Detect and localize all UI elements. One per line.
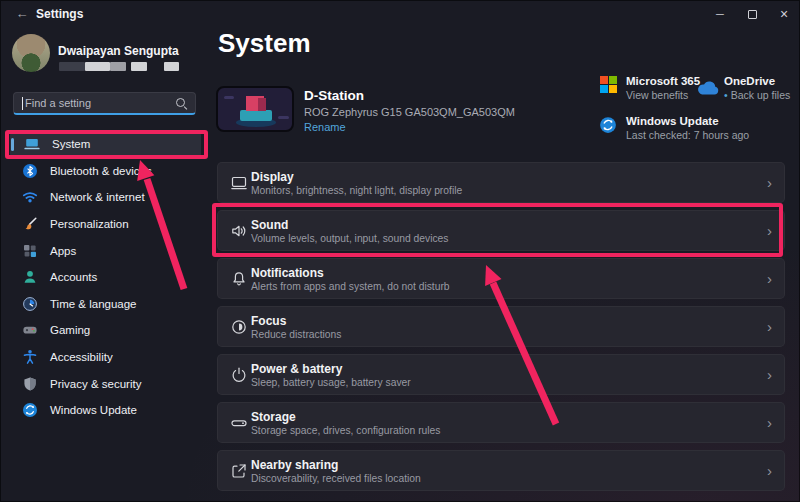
sidebar-item-windows-update[interactable]: Windows Update (8, 397, 202, 424)
windows-update-card[interactable]: Windows Update Last checked: 7 hours ago (626, 115, 749, 141)
clock-icon (22, 296, 38, 312)
chevron-right-icon: › (767, 462, 772, 480)
text-caret (22, 97, 23, 110)
sidebar-item-label: Gaming (50, 324, 90, 336)
sidebar-item-label: Bluetooth & devices (50, 165, 152, 177)
sidebar-item-label: Accessibility (50, 351, 113, 363)
sidebar-item-accounts[interactable]: Accounts (8, 264, 202, 291)
sidebar-item-label: Privacy & security (50, 378, 141, 390)
settings-row-sound[interactable]: Sound Volume levels, output, input, soun… (217, 210, 785, 251)
sidebar-item-gaming[interactable]: Gaming (8, 317, 202, 344)
sidebar-item-label: Apps (50, 245, 76, 257)
maximize-icon (748, 10, 757, 19)
status-dot: • (724, 89, 728, 101)
power-icon (230, 366, 248, 384)
close-button[interactable]: × (768, 0, 800, 28)
sidebar-item-apps[interactable]: Apps (8, 237, 202, 264)
settings-row-notifications[interactable]: Notifications Alerts from apps and syste… (217, 258, 785, 299)
apps-icon (22, 243, 38, 259)
sidebar-item-label: Network & internet (50, 191, 145, 203)
device-model: ROG Zephyrus G15 GA503QM_GA503QM (304, 106, 515, 118)
microsoft-365-logo (600, 76, 617, 97)
sound-icon (230, 222, 248, 240)
person-icon (22, 269, 38, 285)
minimize-button[interactable]: ─ (704, 0, 736, 28)
settings-row-display[interactable]: Display Monitors, brightness, night ligh… (217, 162, 785, 203)
app-title: Settings (36, 7, 83, 21)
sidebar-item-label: Time & language (50, 298, 137, 310)
chevron-right-icon: › (767, 366, 772, 384)
chevron-right-icon: › (767, 222, 772, 240)
chevron-right-icon: › (767, 270, 772, 288)
avatar[interactable] (12, 34, 50, 72)
nearby-sharing-icon (230, 462, 248, 480)
settings-window: ← Settings ─ × Dwaipayan Sengupta Find a… (0, 0, 800, 502)
onedrive-subtitle: •Back up files (724, 89, 790, 101)
settings-row-focus[interactable]: Focus Reduce distractions › (217, 306, 785, 347)
sidebar-item-network-internet[interactable]: Network & internet (8, 184, 202, 211)
wifi-icon (22, 189, 38, 205)
sidebar-nav: System Bluetooth & devices Network & int… (0, 131, 210, 424)
windows-update-title: Windows Update (626, 115, 749, 127)
paintbrush-icon (22, 216, 38, 232)
onedrive-title: OneDrive (724, 75, 790, 87)
sidebar-item-label: Accounts (50, 271, 97, 283)
device-thumbnail (216, 86, 294, 132)
sidebar-item-system[interactable]: System (10, 131, 201, 158)
notifications-icon (230, 270, 248, 288)
bluetooth-icon (22, 163, 38, 179)
system-icon (24, 136, 40, 152)
windows-update-status-icon (599, 116, 617, 134)
titlebar: ← Settings ─ × (0, 0, 800, 28)
sidebar: Dwaipayan Sengupta Find a setting System… (0, 28, 210, 502)
page-title: System (218, 28, 311, 59)
sidebar-item-label: Windows Update (50, 404, 137, 416)
microsoft-365-card[interactable]: Microsoft 365 View benefits (626, 75, 700, 101)
microsoft-365-subtitle: View benefits (626, 89, 700, 101)
shield-icon (22, 376, 38, 392)
sidebar-item-bluetooth-devices[interactable]: Bluetooth & devices (8, 158, 202, 185)
focus-icon (230, 318, 248, 336)
redacted-account-info (59, 62, 179, 71)
settings-row-nearby-sharing[interactable]: Nearby sharing Discoverability, received… (217, 450, 785, 491)
windows-update-icon (22, 402, 38, 418)
device-name: D-Station (304, 88, 364, 103)
onedrive-card[interactable]: OneDrive •Back up files (724, 75, 790, 101)
sidebar-item-accessibility[interactable]: Accessibility (8, 344, 202, 371)
accessibility-icon (22, 349, 38, 365)
chevron-right-icon: › (767, 174, 772, 192)
search-placeholder: Find a setting (25, 97, 175, 109)
search-input[interactable]: Find a setting (13, 92, 196, 115)
back-icon: ← (16, 6, 29, 21)
search-icon (175, 97, 187, 109)
sidebar-item-time-language[interactable]: Time & language (8, 291, 202, 318)
sidebar-item-privacy-security[interactable]: Privacy & security (8, 370, 202, 397)
sidebar-item-label: System (52, 138, 90, 150)
profile-name: Dwaipayan Sengupta (58, 44, 179, 58)
sidebar-item-personalization[interactable]: Personalization (8, 211, 202, 238)
microsoft-365-title: Microsoft 365 (626, 75, 700, 87)
main-content: System D-Station ROG Zephyrus G15 GA503Q… (210, 28, 800, 502)
settings-row-storage[interactable]: Storage Storage space, drives, configura… (217, 402, 785, 443)
minimize-icon: ─ (716, 8, 724, 20)
storage-icon (230, 414, 248, 432)
windows-update-subtitle: Last checked: 7 hours ago (626, 129, 749, 141)
settings-row-power-battery[interactable]: Power & battery Sleep, battery usage, ba… (217, 354, 785, 395)
chevron-right-icon: › (767, 318, 772, 336)
back-button[interactable]: ← (12, 5, 32, 23)
maximize-button[interactable] (736, 0, 768, 28)
rename-link[interactable]: Rename (304, 121, 346, 133)
onedrive-icon (696, 80, 720, 99)
close-icon: × (780, 6, 788, 22)
chevron-right-icon: › (767, 414, 772, 432)
gamepad-icon (22, 322, 38, 338)
display-icon (230, 174, 248, 192)
sidebar-item-label: Personalization (50, 218, 129, 230)
